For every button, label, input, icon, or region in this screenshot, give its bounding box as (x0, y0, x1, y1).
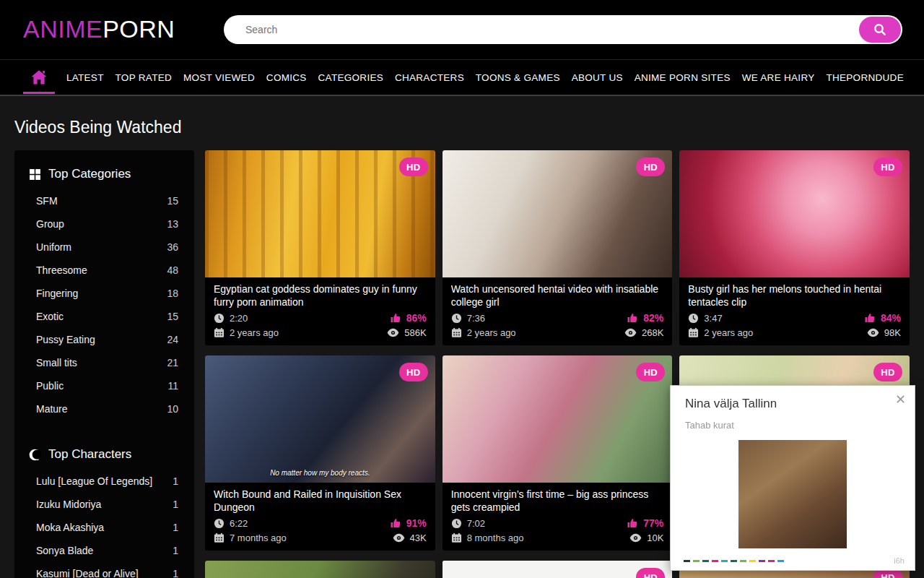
video-duration: 2:20 (230, 313, 248, 324)
nav-item-home[interactable] (23, 59, 55, 95)
character-link[interactable]: Lulu [League Of Legends]1 (29, 470, 178, 493)
ad-image[interactable] (738, 440, 847, 548)
video-title[interactable]: Busty girl has her melons touched in hen… (688, 282, 901, 309)
nav-item-anime-porn-sites[interactable]: ANIME PORN SITES (635, 72, 731, 83)
video-rating: 91% (406, 517, 427, 529)
site-logo[interactable]: ANIMEPORN (23, 15, 175, 43)
thumbs-up-icon (864, 312, 876, 324)
video-thumbnail[interactable]: HD (443, 561, 673, 578)
video-title[interactable]: Watch uncensored hentai video with insat… (451, 282, 664, 309)
clock-icon (688, 313, 699, 324)
thumbs-up-icon (627, 517, 638, 529)
video-card[interactable]: HD Watch uncensored hentai video with in… (443, 150, 673, 345)
eye-icon (387, 328, 399, 337)
category-link[interactable]: Mature10 (29, 397, 178, 420)
video-age: 2 years ago (230, 327, 279, 338)
nav-item-toons-games[interactable]: TOONS & GAMES (476, 72, 560, 83)
top-characters-title: Top Characters (48, 447, 131, 462)
category-link[interactable]: Public11 (29, 374, 178, 397)
category-link[interactable]: Uniform36 (29, 236, 178, 259)
ad-network-dashes (684, 560, 784, 562)
video-rating: 82% (643, 312, 663, 324)
calendar-icon (451, 327, 462, 338)
ad-title: Nina välja Tallinn (685, 397, 915, 411)
character-link[interactable]: Moka Akashiya1 (29, 516, 178, 539)
video-rating: 86% (406, 312, 427, 324)
site-header: ANIMEPORN (0, 0, 924, 60)
category-link[interactable]: Exotic15 (29, 305, 178, 328)
eye-icon (629, 533, 642, 543)
hd-badge: HD (399, 158, 428, 176)
thumbs-up-icon (390, 517, 401, 529)
character-link[interactable]: Sonya Blade1 (29, 539, 178, 562)
video-thumbnail[interactable]: HD (205, 150, 435, 277)
top-categories-header: Top Categories (29, 166, 178, 182)
category-link[interactable]: Threesome48 (29, 259, 178, 282)
clock-icon (214, 518, 225, 529)
category-link[interactable]: Fingering18 (29, 282, 178, 305)
clock-icon (214, 313, 225, 324)
category-link[interactable]: SFM15 (29, 189, 178, 212)
calendar-icon (688, 327, 699, 338)
video-views: 98K (884, 327, 901, 338)
grid-icon (29, 168, 41, 181)
category-link[interactable]: Pussy Eating24 (29, 328, 178, 351)
video-thumbnail[interactable]: HD No matter how my body reacts. (205, 355, 435, 483)
close-icon[interactable]: ✕ (895, 393, 906, 406)
nav-item-latest[interactable]: LATEST (66, 72, 104, 83)
ad-footer: i6h (684, 556, 905, 565)
search-input[interactable] (245, 15, 837, 44)
thumbs-up-icon (390, 312, 401, 324)
video-title[interactable]: Innocent virgin’s first time – big ass p… (451, 488, 664, 514)
video-card[interactable]: HD Egyptian cat goddess dominates guy in… (205, 150, 435, 345)
search-bar (224, 15, 902, 44)
video-thumbnail[interactable]: HD (443, 150, 673, 277)
sidebar: Top Categories SFM15 Group13 Uniform36 T… (14, 150, 194, 578)
video-card[interactable]: HD (443, 561, 673, 578)
nav-item-most-viewed[interactable]: MOST VIEWED (183, 72, 255, 83)
video-title[interactable]: Egyptian cat goddess dominates guy in fu… (214, 282, 427, 309)
video-card[interactable]: HD Innocent virgin’s first time – big as… (443, 355, 673, 551)
thumbnail-caption: No matter how my body reacts. (205, 469, 435, 477)
video-age: 2 years ago (704, 327, 753, 338)
video-duration: 7:36 (467, 313, 485, 324)
video-card[interactable]: HD Busty girl has her melons touched in … (679, 150, 910, 345)
character-link[interactable]: Kasumi [Dead or Alive]1 (29, 562, 178, 578)
video-age: 2 years ago (467, 327, 516, 338)
video-age: 8 months ago (467, 532, 524, 543)
category-link[interactable]: Group13 (29, 212, 178, 236)
hd-badge: HD (873, 363, 902, 381)
nav-item-theporndude[interactable]: THEPORNDUDE (826, 72, 904, 83)
characters-icon (29, 449, 41, 461)
nav-item-characters[interactable]: CHARACTERS (395, 72, 464, 83)
main-nav: LATEST TOP RATED MOST VIEWED COMICS CATE… (0, 60, 924, 96)
video-views: 10K (647, 532, 663, 543)
category-link[interactable]: Small tits21 (29, 351, 178, 374)
home-icon (30, 69, 48, 85)
video-card[interactable] (205, 561, 435, 578)
video-thumbnail[interactable]: HD (679, 150, 910, 277)
top-characters-list: Lulu [League Of Legends]1 Izuku Midoriya… (29, 470, 178, 578)
video-thumbnail[interactable]: HD (443, 355, 673, 483)
nav-item-categories[interactable]: CATEGORIES (318, 72, 384, 83)
character-link[interactable]: Izuku Midoriya1 (29, 493, 178, 516)
hd-badge: HD (873, 158, 902, 176)
ad-popup: ✕ Nina välja Tallinn Tahab kurat i6h (670, 385, 915, 571)
video-card[interactable]: HD No matter how my body reacts. Witch B… (205, 355, 435, 551)
nav-item-top-rated[interactable]: TOP RATED (116, 72, 172, 83)
hd-badge: HD (636, 158, 665, 176)
ad-footer-note: i6h (894, 556, 905, 565)
hd-badge: HD (399, 363, 428, 381)
clock-icon (451, 518, 462, 529)
video-views: 586K (404, 327, 426, 338)
video-title[interactable]: Witch Bound and Railed in Inquisition Se… (214, 488, 427, 514)
video-thumbnail[interactable] (205, 561, 435, 578)
nav-item-about-us[interactable]: ABOUT US (572, 72, 623, 83)
top-characters-header: Top Characters (29, 447, 178, 462)
search-button[interactable] (859, 17, 901, 43)
calendar-icon (214, 532, 225, 543)
logo-text-primary: ANIME (23, 15, 103, 43)
nav-item-we-are-hairy[interactable]: WE ARE HAIRY (742, 72, 815, 83)
nav-item-comics[interactable]: COMICS (266, 72, 307, 83)
eye-icon (393, 533, 405, 543)
